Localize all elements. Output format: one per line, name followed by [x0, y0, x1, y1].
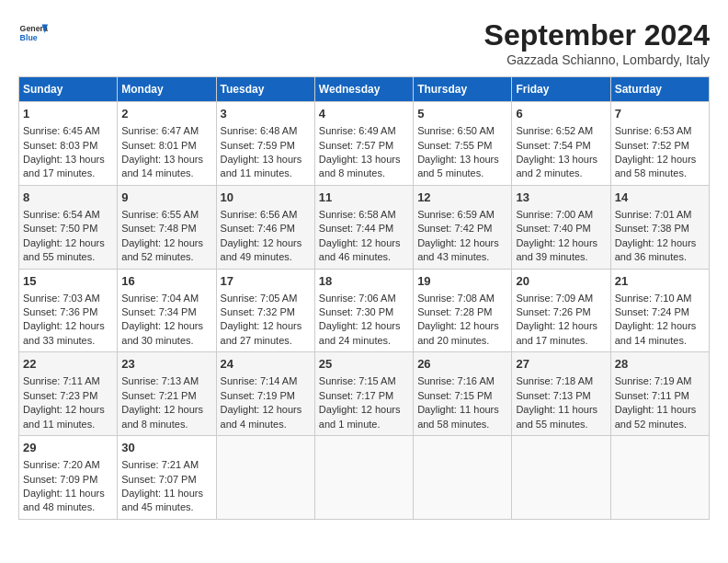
title-area: September 2024 Gazzada Schianno, Lombard…: [484, 18, 710, 67]
calendar-cell: 10Sunrise: 6:56 AMSunset: 7:46 PMDayligh…: [216, 185, 314, 269]
daylight-text: Daylight: 12 hours and 30 minutes.: [121, 320, 203, 345]
sunset-text: Sunset: 7:52 PM: [615, 140, 689, 151]
calendar-cell: 21Sunrise: 7:10 AMSunset: 7:24 PMDayligh…: [610, 269, 709, 352]
sunrise-text: Sunrise: 7:06 AM: [319, 293, 396, 304]
header: General Blue September 2024 Gazzada Schi…: [18, 18, 710, 67]
day-number: 19: [417, 273, 507, 290]
daylight-text: Daylight: 12 hours and 39 minutes.: [516, 237, 597, 262]
calendar-cell: 9Sunrise: 6:55 AMSunset: 7:48 PMDaylight…: [118, 185, 216, 269]
daylight-text: Daylight: 13 hours and 17 minutes.: [23, 154, 105, 178]
daylight-text: Daylight: 11 hours and 58 minutes.: [417, 404, 499, 429]
month-title: September 2024: [484, 18, 710, 52]
sunrise-text: Sunrise: 7:01 AM: [615, 209, 692, 220]
daylight-text: Daylight: 12 hours and 52 minutes.: [121, 237, 203, 262]
sunrise-text: Sunrise: 7:05 AM: [221, 293, 298, 304]
day-number: 4: [319, 106, 409, 122]
sunset-text: Sunset: 7:26 PM: [516, 306, 590, 317]
daylight-text: Daylight: 12 hours and 11 minutes.: [23, 404, 105, 429]
sunrise-text: Sunrise: 6:54 AM: [23, 209, 100, 220]
day-number: 3: [221, 106, 311, 122]
day-number: 29: [23, 440, 113, 456]
sunset-text: Sunset: 7:48 PM: [121, 223, 196, 234]
sunrise-text: Sunrise: 7:14 AM: [221, 375, 298, 386]
daylight-text: Daylight: 12 hours and 4 minutes.: [221, 404, 302, 429]
col-header-tuesday: Tuesday: [216, 77, 314, 102]
sunrise-text: Sunrise: 7:16 AM: [417, 375, 495, 386]
sunrise-text: Sunrise: 7:00 AM: [516, 209, 593, 220]
daylight-text: Daylight: 12 hours and 8 minutes.: [121, 404, 203, 429]
day-number: 21: [615, 273, 705, 290]
sunrise-text: Sunrise: 7:18 AM: [516, 375, 593, 386]
sunset-text: Sunset: 7:15 PM: [417, 390, 492, 401]
sunrise-text: Sunrise: 6:53 AM: [615, 125, 692, 136]
daylight-text: Daylight: 11 hours and 52 minutes.: [615, 404, 697, 429]
sunrise-text: Sunrise: 6:50 AM: [417, 125, 495, 136]
col-header-friday: Friday: [512, 77, 610, 102]
daylight-text: Daylight: 12 hours and 49 minutes.: [221, 237, 302, 262]
sunset-text: Sunset: 7:23 PM: [23, 390, 97, 401]
calendar-cell: [216, 436, 314, 520]
daylight-text: Daylight: 12 hours and 20 minutes.: [417, 320, 499, 345]
calendar-cell: 24Sunrise: 7:14 AMSunset: 7:19 PMDayligh…: [216, 352, 314, 436]
calendar-cell: 26Sunrise: 7:16 AMSunset: 7:15 PMDayligh…: [414, 352, 512, 436]
calendar-cell: 8Sunrise: 6:54 AMSunset: 7:50 PMDaylight…: [19, 185, 118, 269]
sunset-text: Sunset: 8:01 PM: [121, 140, 196, 151]
day-number: 18: [319, 273, 409, 290]
day-number: 10: [221, 190, 311, 206]
sunset-text: Sunset: 7:28 PM: [417, 306, 492, 317]
day-number: 8: [23, 190, 113, 206]
calendar-cell: 30Sunrise: 7:21 AMSunset: 7:07 PMDayligh…: [118, 436, 216, 520]
daylight-text: Daylight: 12 hours and 1 minute.: [319, 404, 401, 429]
daylight-text: Daylight: 12 hours and 58 minutes.: [615, 154, 697, 178]
col-header-thursday: Thursday: [414, 77, 512, 102]
daylight-text: Daylight: 12 hours and 33 minutes.: [23, 320, 105, 345]
calendar-cell: 17Sunrise: 7:05 AMSunset: 7:32 PMDayligh…: [216, 269, 314, 352]
svg-text:Blue: Blue: [20, 33, 38, 42]
daylight-text: Daylight: 12 hours and 46 minutes.: [319, 237, 401, 262]
sunset-text: Sunset: 7:21 PM: [121, 390, 196, 401]
daylight-text: Daylight: 13 hours and 11 minutes.: [221, 154, 302, 178]
day-number: 22: [23, 356, 113, 373]
sunset-text: Sunset: 7:44 PM: [319, 223, 393, 234]
sunset-text: Sunset: 7:54 PM: [516, 140, 590, 151]
col-header-saturday: Saturday: [610, 77, 709, 102]
calendar-cell: 14Sunrise: 7:01 AMSunset: 7:38 PMDayligh…: [610, 185, 709, 269]
day-number: 23: [121, 356, 211, 373]
calendar-cell: 5Sunrise: 6:50 AMSunset: 7:55 PMDaylight…: [414, 102, 512, 186]
sunset-text: Sunset: 7:57 PM: [319, 140, 393, 151]
calendar-cell: [414, 436, 512, 520]
sunset-text: Sunset: 7:09 PM: [23, 474, 97, 485]
sunset-text: Sunset: 7:36 PM: [23, 306, 97, 317]
sunrise-text: Sunrise: 6:49 AM: [319, 125, 396, 136]
sunset-text: Sunset: 7:34 PM: [121, 306, 196, 317]
sunset-text: Sunset: 7:42 PM: [417, 223, 492, 234]
sunrise-text: Sunrise: 6:58 AM: [319, 209, 396, 220]
sunrise-text: Sunrise: 7:04 AM: [121, 293, 199, 304]
daylight-text: Daylight: 13 hours and 14 minutes.: [121, 154, 203, 178]
sunrise-text: Sunrise: 6:45 AM: [23, 125, 100, 136]
col-header-monday: Monday: [118, 77, 216, 102]
calendar-cell: 25Sunrise: 7:15 AMSunset: 7:17 PMDayligh…: [314, 352, 413, 436]
day-number: 1: [23, 106, 113, 122]
day-number: 28: [615, 356, 705, 373]
sunrise-text: Sunrise: 6:59 AM: [417, 209, 495, 220]
sunrise-text: Sunrise: 7:13 AM: [121, 375, 199, 386]
day-number: 5: [417, 106, 507, 122]
calendar-cell: 27Sunrise: 7:18 AMSunset: 7:13 PMDayligh…: [512, 352, 610, 436]
day-number: 6: [516, 106, 606, 122]
sunset-text: Sunset: 7:13 PM: [516, 390, 590, 401]
day-number: 11: [319, 190, 409, 206]
calendar-cell: 16Sunrise: 7:04 AMSunset: 7:34 PMDayligh…: [118, 269, 216, 352]
sunset-text: Sunset: 7:17 PM: [319, 390, 393, 401]
sunrise-text: Sunrise: 7:19 AM: [615, 375, 692, 386]
col-header-wednesday: Wednesday: [314, 77, 413, 102]
calendar-cell: 4Sunrise: 6:49 AMSunset: 7:57 PMDaylight…: [314, 102, 413, 186]
day-number: 25: [319, 356, 409, 373]
day-number: 24: [221, 356, 311, 373]
calendar-cell: 23Sunrise: 7:13 AMSunset: 7:21 PMDayligh…: [118, 352, 216, 436]
calendar-cell: 6Sunrise: 6:52 AMSunset: 7:54 PMDaylight…: [512, 102, 610, 186]
sunset-text: Sunset: 7:24 PM: [615, 306, 689, 317]
sunrise-text: Sunrise: 7:08 AM: [417, 293, 495, 304]
sunrise-text: Sunrise: 7:10 AM: [615, 293, 692, 304]
sunset-text: Sunset: 7:30 PM: [319, 306, 393, 317]
